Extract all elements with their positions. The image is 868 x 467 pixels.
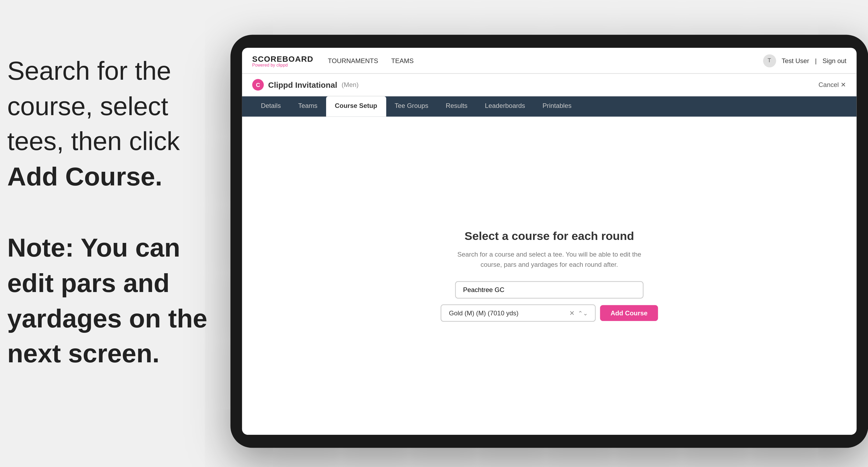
tournament-name: Clippd Invitational [268, 81, 337, 89]
user-avatar: T [763, 54, 776, 67]
tab-course-setup[interactable]: Course Setup [326, 96, 386, 117]
tournament-header: C Clippd Invitational (Men) Cancel ✕ [242, 74, 857, 96]
tab-tee-groups[interactable]: Tee Groups [386, 96, 437, 117]
main-nav: TOURNAMENTS TEAMS [328, 57, 763, 64]
course-setup-description: Search for a course and select a tee. Yo… [457, 250, 641, 270]
user-name: Test User [782, 57, 809, 64]
tournament-icon: C [252, 79, 264, 90]
tab-results[interactable]: Results [437, 96, 476, 117]
tee-arrows-icon: ⌃⌄ [578, 310, 588, 316]
tab-bar: Details Teams Course Setup Tee Groups Re… [242, 96, 857, 117]
nav-teams[interactable]: TEAMS [391, 57, 413, 64]
instruction-text: Search for the course, select tees, then… [7, 54, 217, 195]
tournament-type: (Men) [342, 81, 359, 88]
top-navbar: SCOREBOARD Powered by clippd TOURNAMENTS… [242, 48, 857, 74]
course-search-input[interactable] [455, 281, 644, 299]
tab-teams[interactable]: Teams [289, 96, 326, 117]
note-text: Note: You can edit pars and yardages on … [7, 231, 217, 372]
tee-clear-icon[interactable]: ✕ [569, 309, 575, 317]
tab-details[interactable]: Details [252, 96, 289, 117]
cancel-icon: ✕ [841, 81, 846, 88]
course-setup-title: Select a course for each round [465, 230, 634, 243]
app-logo: SCOREBOARD Powered by clippd [252, 54, 313, 67]
cancel-button[interactable]: Cancel ✕ [818, 81, 846, 88]
tee-select[interactable]: Gold (M) (M) (7010 yds) ✕ ⌃⌄ [441, 304, 596, 322]
tab-leaderboards[interactable]: Leaderboards [476, 96, 534, 117]
nav-tournaments[interactable]: TOURNAMENTS [328, 57, 378, 64]
tab-printables[interactable]: Printables [534, 96, 580, 117]
sign-out-link[interactable]: Sign out [823, 57, 846, 64]
main-content: Select a course for each round Search fo… [242, 117, 857, 435]
tee-row: Gold (M) (M) (7010 yds) ✕ ⌃⌄ Add Course [441, 304, 658, 322]
tee-select-value: Gold (M) (M) (7010 yds) [449, 309, 519, 317]
user-area: T Test User | Sign out [763, 54, 846, 67]
separator: | [815, 57, 816, 64]
add-course-button[interactable]: Add Course [600, 305, 658, 321]
